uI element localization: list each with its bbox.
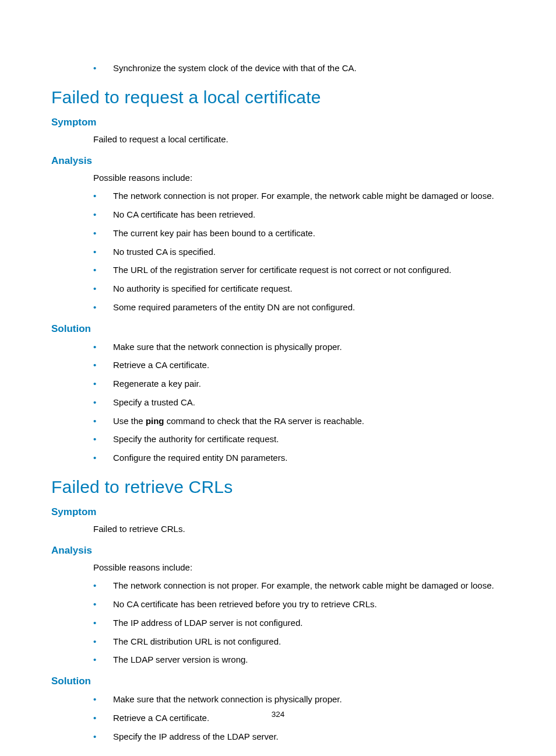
list-item: Retrieve a CA certificate. [93,359,505,372]
list-item: The LDAP server version is wrong. [93,653,505,666]
list-item: The URL of the registration server for c… [93,264,505,276]
subhead-analysis-1: Analysis [51,155,505,167]
list-item: Make sure that the network connection is… [93,693,505,706]
list-item: Use the ping command to check that the R… [93,415,505,428]
text: command to check that the RA server is r… [164,416,365,426]
list-item: Synchronize the system clock of the devi… [93,62,505,75]
section-title-2: Failed to retrieve CRLs [51,477,505,497]
list-item: No authority is specified for certificat… [93,282,505,295]
symptom-text-2: Failed to retrieve CRLs. [93,523,505,536]
page-number: 324 [0,710,556,719]
list-item: Specify the authority for certificate re… [93,433,505,446]
subhead-solution-2: Solution [51,676,505,687]
list-item: Some required parameters of the entity D… [93,301,505,314]
list-item: Specify a trusted CA. [93,396,505,409]
subhead-analysis-2: Analysis [51,545,505,556]
bold-text: ping [146,416,164,426]
list-item: No CA certificate has been retrieved. [93,208,505,221]
analysis-list-1: The network connection is not proper. Fo… [93,190,505,313]
text: Use the [113,416,146,426]
subhead-solution-1: Solution [51,323,505,335]
list-item: The IP address of LDAP server is not con… [93,617,505,629]
list-item: No trusted CA is specified. [93,246,505,258]
section-title-1: Failed to request a local certificate [51,88,505,107]
list-item: The CRL distribution URL is not configur… [93,635,505,648]
analysis-intro-1: Possible reasons include: [93,172,505,184]
list-item: The network connection is not proper. Fo… [93,190,505,202]
subhead-symptom-1: Symptom [51,117,505,128]
list-item: No CA certificate has been retrieved bef… [93,598,505,611]
list-item: Regenerate a key pair. [93,377,505,390]
page-container: Synchronize the system clock of the devi… [0,0,556,756]
list-item: The network connection is not proper. Fo… [93,579,505,592]
analysis-intro-2: Possible reasons include: [93,561,505,574]
list-item: Specify the IP address of the LDAP serve… [93,730,505,743]
list-item: Configure the required entity DN paramet… [93,452,505,464]
symptom-text-1: Failed to request a local certificate. [93,133,505,146]
subhead-symptom-2: Symptom [51,506,505,518]
list-item: Make sure that the network connection is… [93,341,505,354]
analysis-list-2: The network connection is not proper. Fo… [93,579,505,666]
solution-list-1: Make sure that the network connection is… [93,341,505,464]
top-bullets: Synchronize the system clock of the devi… [93,62,505,75]
list-item: The current key pair has been bound to a… [93,227,505,240]
